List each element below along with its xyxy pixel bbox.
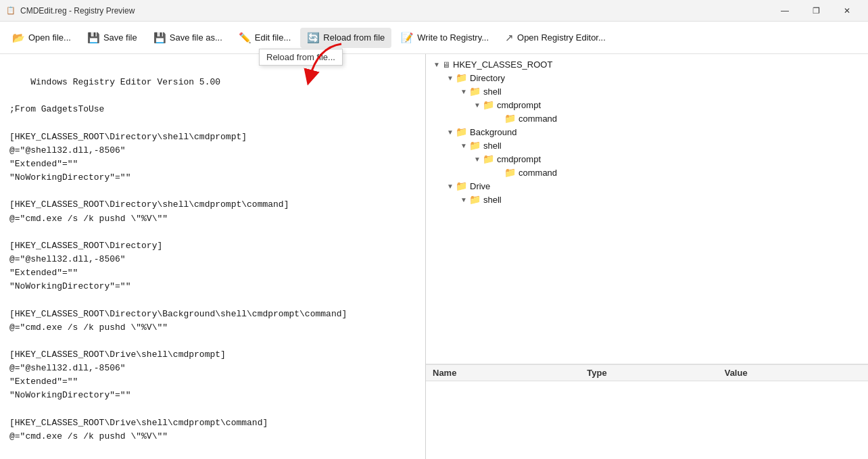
tree-item-drive-shell[interactable]: ▼ 📁 shell xyxy=(426,193,868,206)
folder-cmdprompt1-icon: 📁 xyxy=(483,99,494,110)
write-icon: 📝 xyxy=(401,32,414,44)
write-to-registry-button[interactable]: 📝 Write to Registry... xyxy=(394,28,496,48)
folder-command1-icon: 📁 xyxy=(504,113,516,124)
folder-drive-shell-icon: 📁 xyxy=(469,194,481,205)
tree-item-background-cmdprompt[interactable]: ▼ 📁 cmdprompt xyxy=(426,152,868,166)
tree-item-directory-shell-cmdprompt[interactable]: ▼ 📁 cmdprompt xyxy=(426,98,868,112)
close-button[interactable]: ✕ xyxy=(831,0,863,22)
tree-background-shell-label: shell xyxy=(483,141,502,151)
tree-item-directory-command[interactable]: ▶ 📁 command xyxy=(426,112,868,125)
tree-background-command-label: command xyxy=(519,168,557,178)
minimize-button[interactable]: — xyxy=(769,0,800,22)
app-icon: 📋 xyxy=(5,5,16,16)
tree-area[interactable]: ▼ 🖥 HKEY_CLASSES_ROOT ▼ 📁 Directory ▼ 📁 … xyxy=(426,54,868,364)
tree-directory-label: Directory xyxy=(470,73,505,83)
chevron-background-shell: ▼ xyxy=(458,142,469,149)
tree-item-directory-shell[interactable]: ▼ 📁 shell xyxy=(426,84,868,98)
save-file-as-icon: 💾 xyxy=(153,32,166,44)
chevron-drive: ▼ xyxy=(445,183,456,190)
save-file-as-button[interactable]: 💾 Save file as... xyxy=(147,28,229,48)
reload-icon: 🔄 xyxy=(307,32,320,44)
folder-bg-shell-icon: 📁 xyxy=(469,140,481,151)
edit-file-icon: ✏️ xyxy=(239,32,251,44)
folder-drive-icon: 📁 xyxy=(456,180,467,191)
open-file-button[interactable]: 📂 Open file... xyxy=(5,28,78,48)
col-value: Value xyxy=(718,365,868,381)
maximize-button[interactable]: ❐ xyxy=(800,0,831,22)
save-file-label: Save file xyxy=(103,32,137,43)
tree-directory-cmdprompt-label: cmdprompt xyxy=(497,100,541,110)
value-table: Name Type Value xyxy=(426,364,868,459)
edit-file-label: Edit file... xyxy=(255,32,291,43)
open-registry-icon: ↗ xyxy=(505,32,514,44)
window-title: CMDEdit.reg - Registry Preview xyxy=(20,6,135,16)
edit-file-button[interactable]: ✏️ Edit file... xyxy=(232,28,297,48)
save-file-button[interactable]: 💾 Save file xyxy=(80,28,144,48)
tree-item-root[interactable]: ▼ 🖥 HKEY_CLASSES_ROOT xyxy=(426,58,868,71)
open-file-icon: 📂 xyxy=(12,32,25,44)
chevron-background-cmdprompt: ▼ xyxy=(472,155,483,163)
tree-item-directory[interactable]: ▼ 📁 Directory xyxy=(426,71,868,84)
chevron-root: ▼ xyxy=(431,61,442,68)
chevron-drive-shell: ▼ xyxy=(458,196,469,203)
tree-item-background-shell[interactable]: ▼ 📁 shell xyxy=(426,139,868,152)
col-type: Type xyxy=(580,365,717,381)
open-registry-editor-label: Open Registry Editor... xyxy=(517,32,606,43)
reload-from-file-button[interactable]: 🔄 Reload from file xyxy=(300,28,391,48)
folder-background-icon: 📁 xyxy=(456,126,467,137)
chevron-directory: ▼ xyxy=(445,74,456,82)
chevron-background: ▼ xyxy=(445,128,456,136)
folder-shell1-icon: 📁 xyxy=(469,86,481,97)
folder-bg-cmdprompt-icon: 📁 xyxy=(483,153,494,164)
window-controls: — ❐ ✕ xyxy=(769,0,863,22)
chevron-directory-cmdprompt: ▼ xyxy=(472,101,483,109)
tree-pane: ▼ 🖥 HKEY_CLASSES_ROOT ▼ 📁 Directory ▼ 📁 … xyxy=(426,54,868,459)
tree-drive-label: Drive xyxy=(470,181,490,191)
reload-from-file-label: Reload from file xyxy=(323,32,385,43)
editor-pane[interactable]: Windows Registry Editor Version 5.00 ;Fr… xyxy=(0,54,426,459)
tooltip-text: Reload from file... xyxy=(266,52,335,62)
tree-item-background-command[interactable]: ▶ 📁 command xyxy=(426,166,868,179)
toolbar: 📂 Open file... 💾 Save file 💾 Save file a… xyxy=(0,22,868,54)
tree-background-cmdprompt-label: cmdprompt xyxy=(497,154,541,164)
tree-background-label: Background xyxy=(470,127,516,137)
chevron-directory-shell: ▼ xyxy=(458,88,469,95)
computer-icon: 🖥 xyxy=(442,60,450,70)
main-content: Windows Registry Editor Version 5.00 ;Fr… xyxy=(0,54,868,459)
tree-directory-shell-label: shell xyxy=(483,87,502,97)
title-bar: 📋 CMDEdit.reg - Registry Preview — ❐ ✕ xyxy=(0,0,868,22)
tree-directory-command-label: command xyxy=(519,114,557,124)
write-to-registry-label: Write to Registry... xyxy=(417,32,489,43)
folder-directory-icon: 📁 xyxy=(456,72,467,83)
tooltip: Reload from file... xyxy=(259,49,343,66)
tree-root-label: HKEY_CLASSES_ROOT xyxy=(453,59,552,70)
save-file-icon: 💾 xyxy=(87,32,100,44)
tree-drive-shell-label: shell xyxy=(483,195,502,205)
editor-content: Windows Registry Editor Version 5.00 ;Fr… xyxy=(9,77,347,441)
open-registry-editor-button[interactable]: ↗ Open Registry Editor... xyxy=(498,28,612,48)
open-file-label: Open file... xyxy=(28,32,71,43)
save-file-as-label: Save file as... xyxy=(170,32,222,43)
tree-item-background[interactable]: ▼ 📁 Background xyxy=(426,125,868,139)
folder-bg-command-icon: 📁 xyxy=(504,167,516,178)
tree-item-drive[interactable]: ▼ 📁 Drive xyxy=(426,179,868,193)
col-name: Name xyxy=(426,365,580,381)
